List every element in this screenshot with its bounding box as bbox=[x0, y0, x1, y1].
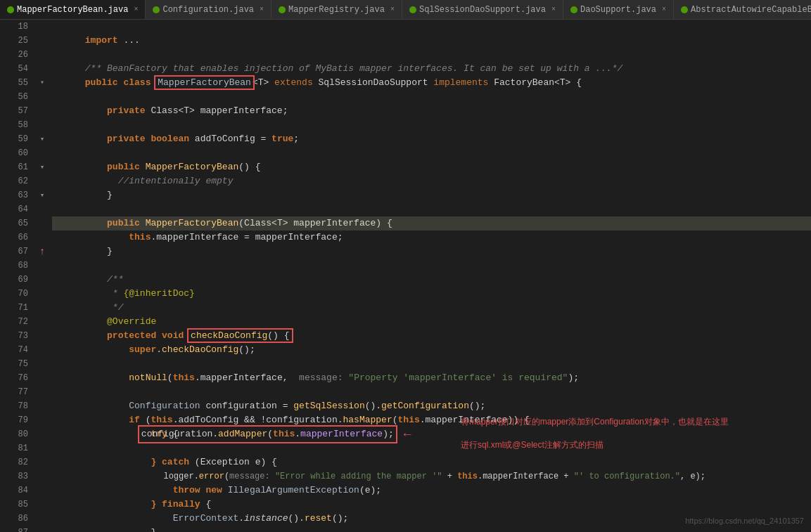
tab-icon-java3 bbox=[279, 6, 286, 13]
code-line-57 bbox=[52, 104, 811, 118]
line-num-69: 69 bbox=[0, 273, 28, 287]
code-line-62: } bbox=[52, 174, 811, 188]
code-line-54: public class MapperFactoryBean<T> extend… bbox=[52, 62, 811, 76]
line-num-85: 85 bbox=[0, 498, 28, 512]
tab-close-5[interactable]: × bbox=[662, 6, 666, 13]
line-num-60: 60 bbox=[0, 146, 28, 160]
tab-close-1[interactable]: × bbox=[134, 6, 138, 13]
line-num-59: 59 bbox=[0, 132, 28, 146]
line-numbers: 18 25 26 54 55 56 57 58 59 60 61 62 63 6… bbox=[0, 20, 35, 532]
code-line-75: notNull(this.mapperInterface, message: "… bbox=[52, 357, 811, 371]
line-num-72: 72 bbox=[0, 315, 28, 329]
line-num-61: 61 bbox=[0, 160, 28, 174]
tab-icon-java bbox=[7, 6, 14, 13]
code-line-56: private Class<T> mapperInterface; bbox=[52, 90, 811, 104]
tab-sqlsessiondaosupport[interactable]: SqlSessionDaoSupport.java × bbox=[402, 0, 563, 19]
line-num-65: 65 bbox=[0, 216, 28, 231]
code-line-80: configuration.addMapper(this.mapperInter… bbox=[52, 427, 811, 441]
tab-icon-java6 bbox=[681, 6, 688, 13]
editor-container: 18 25 26 54 55 56 57 58 59 60 61 62 63 6… bbox=[0, 20, 811, 532]
line-num-74: 74 bbox=[0, 343, 28, 357]
code-line-72: protected void checkDaoConfig() { bbox=[52, 315, 811, 329]
code-line-68: /** bbox=[52, 259, 811, 273]
code-line-81: } catch (Exception e) { bbox=[52, 441, 811, 455]
editor-gutter: ▾ ▾ ▾ ▾ ↑ bbox=[35, 20, 49, 532]
tab-mapperfactorybean[interactable]: MapperFactoryBean.java × bbox=[0, 0, 146, 19]
line-num-58: 58 bbox=[0, 118, 28, 132]
line-num-76: 76 bbox=[0, 371, 28, 385]
line-num-83: 83 bbox=[0, 469, 28, 484]
code-line-55 bbox=[52, 76, 811, 90]
tab-close-3[interactable]: × bbox=[390, 6, 395, 13]
code-line-71: @Override bbox=[52, 301, 811, 315]
code-line-26: /** BeanFactory that enables injection o… bbox=[52, 48, 811, 62]
gutter-fold-54[interactable]: ▾ bbox=[35, 76, 49, 90]
gutter-68[interactable]: ▾ bbox=[35, 188, 49, 202]
code-line-84: } finally { bbox=[52, 484, 811, 498]
code-line-70: */ bbox=[52, 287, 811, 301]
gutter-54[interactable] bbox=[35, 62, 49, 76]
line-num-75: 75 bbox=[0, 357, 28, 371]
code-line-74 bbox=[52, 343, 811, 357]
code-line-67 bbox=[52, 245, 811, 259]
line-num-67: 67 bbox=[0, 245, 28, 259]
line-num-73: 73 bbox=[0, 329, 28, 343]
code-line-65: this.mapperInterface = mapperInterface; bbox=[52, 216, 811, 231]
code-line-18: import ... bbox=[52, 20, 811, 34]
line-num-81: 81 bbox=[0, 441, 28, 455]
tab-abstractautowire[interactable]: AbstractAutowireCapableBeanFactory.java … bbox=[674, 0, 811, 19]
line-num-57: 57 bbox=[0, 104, 28, 118]
tab-icon-java5 bbox=[570, 6, 577, 13]
tab-bar: MapperFactoryBean.java × Configuration.j… bbox=[0, 0, 811, 20]
line-num-25: 25 bbox=[0, 34, 28, 48]
code-line-76 bbox=[52, 371, 811, 385]
line-num-56: 56 bbox=[0, 90, 28, 104]
code-area: import ... /** BeanFactory that enables … bbox=[49, 20, 811, 532]
code-line-60: public MapperFactoryBean() { bbox=[52, 146, 811, 160]
code-line-25 bbox=[52, 34, 811, 48]
line-num-70: 70 bbox=[0, 287, 28, 301]
line-num-54: 54 bbox=[0, 62, 28, 76]
line-num-82: 82 bbox=[0, 455, 28, 469]
line-num-62: 62 bbox=[0, 174, 28, 188]
code-line-59 bbox=[52, 132, 811, 146]
line-num-80: 80 bbox=[0, 427, 28, 441]
gutter-60[interactable]: ▾ bbox=[35, 132, 49, 146]
line-num-78: 78 bbox=[0, 399, 28, 413]
gutter-64[interactable]: ▾ bbox=[35, 160, 49, 174]
tab-close-4[interactable]: × bbox=[551, 6, 556, 13]
tab-icon-java4 bbox=[409, 6, 416, 13]
tab-daosupport[interactable]: DaoSupport.java × bbox=[563, 0, 674, 19]
code-line-69: * {@inheritDoc} bbox=[52, 273, 811, 287]
line-num-79: 79 bbox=[0, 413, 28, 427]
annotation-line1: 将mapper接口对应的mapper添加到Configuration对象中，也就… bbox=[461, 417, 729, 427]
code-line-66: } bbox=[52, 231, 811, 245]
line-num-84: 84 bbox=[0, 484, 28, 498]
line-num-26: 26 bbox=[0, 48, 28, 62]
code-line-61: //intentionally empty bbox=[52, 160, 811, 174]
code-line-85: ErrorContext.instance().reset(); bbox=[52, 498, 811, 512]
line-num-68: 68 bbox=[0, 259, 28, 273]
line-num-55: 55 bbox=[0, 76, 28, 90]
code-line-63 bbox=[52, 188, 811, 202]
tab-close-2[interactable]: × bbox=[260, 6, 264, 13]
watermark: https://blog.csdn.net/qq_24101357 bbox=[685, 517, 804, 525]
line-num-66: 66 bbox=[0, 231, 28, 245]
line-num-87: 87 bbox=[0, 526, 28, 532]
line-num-63: 63 bbox=[0, 188, 28, 202]
code-line-58: private boolean addToConfig = true; bbox=[52, 118, 811, 132]
gutter-26[interactable] bbox=[35, 20, 49, 62]
code-line-82: logger.error(message: "Error while addin… bbox=[52, 455, 811, 469]
code-line-77: Configuration configuration = getSqlSess… bbox=[52, 385, 811, 399]
line-num-77: 77 bbox=[0, 385, 28, 399]
code-line-87: } bbox=[52, 526, 811, 532]
code-line-73: super.checkDaoConfig(); bbox=[52, 329, 811, 343]
gutter-72[interactable]: ↑ bbox=[35, 245, 49, 259]
code-line-64: public MapperFactoryBean(Class<T> mapper… bbox=[52, 202, 811, 216]
tab-configuration[interactable]: Configuration.java × bbox=[146, 0, 272, 19]
code-line-83: throw new IllegalArgumentException(e); bbox=[52, 469, 811, 484]
tab-mapperregistry[interactable]: MapperRegistry.java × bbox=[272, 0, 402, 19]
line-num-18: 18 bbox=[0, 20, 28, 34]
line-num-64: 64 bbox=[0, 202, 28, 216]
tab-icon-java2 bbox=[153, 6, 160, 13]
